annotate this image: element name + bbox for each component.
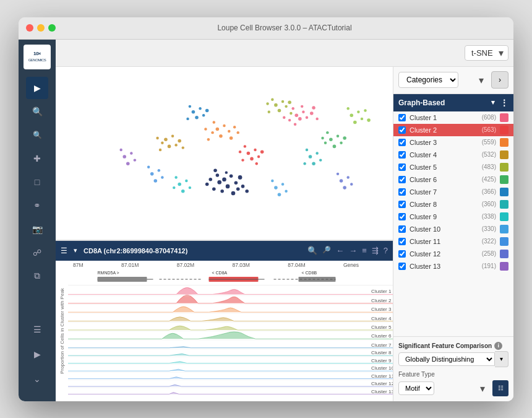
feature-type-select-wrapper[interactable]: Motif	[398, 381, 490, 395]
sidebar-list-btn[interactable]: ☰	[26, 318, 48, 341]
svg-point-0	[295, 113, 299, 117]
cluster-checkbox-9[interactable]	[398, 213, 406, 220]
close-button[interactable]	[26, 24, 33, 32]
forward-icon[interactable]: →	[349, 246, 357, 255]
help-icon[interactable]: ?	[384, 246, 388, 255]
pos-87.04M: 87.04M	[288, 262, 305, 268]
sig-feature-section: Significant Feature Comparison i	[398, 342, 508, 350]
cluster-item-6[interactable]: Cluster 6(425)	[393, 173, 513, 186]
cluster-item-9[interactable]: Cluster 9(338)	[393, 211, 513, 223]
svg-point-20	[255, 162, 258, 164]
track-toolbar: 🔍 🔎 ← → ≡ ⇶ ?	[307, 246, 388, 255]
cluster-checkbox-12[interactable]	[398, 250, 406, 258]
sidebar-pan-tool[interactable]: ✚	[26, 147, 48, 170]
right-panel: Categories › Graph-Based ▾ ⋮	[393, 67, 513, 401]
cluster-item-13[interactable]: Cluster 13(191)	[393, 260, 513, 272]
category-select[interactable]: Categories	[398, 72, 458, 88]
svg-point-101	[153, 179, 157, 183]
cluster-item-1[interactable]: Cluster 1(608)	[393, 111, 513, 124]
sidebar-zoom-in-tool[interactable]: 🔍	[26, 100, 48, 123]
cluster-checkbox-11[interactable]	[398, 238, 406, 245]
tsne-select-wrapper[interactable]: t-SNE	[465, 45, 508, 61]
cluster-item-7[interactable]: Cluster 7(366)	[393, 186, 513, 198]
cluster-item-5[interactable]: Cluster 5(483)	[393, 161, 513, 173]
cluster-item-8[interactable]: Cluster 8(360)	[393, 198, 513, 211]
svg-text:Cluster 13: Cluster 13	[371, 389, 393, 394]
genes-label: Genes	[343, 262, 359, 268]
maximize-button[interactable]	[48, 24, 56, 32]
cluster-item-10[interactable]: Cluster 10(330)	[393, 223, 513, 235]
track-menu-icon[interactable]: ☰	[61, 246, 67, 255]
svg-point-83	[315, 152, 318, 154]
sidebar-zoom-out-tool[interactable]: 🔍	[26, 124, 48, 146]
svg-point-73	[241, 185, 245, 188]
cluster-menu-icon[interactable]: ⋮	[500, 98, 508, 108]
cluster-checkbox-4[interactable]	[398, 151, 406, 159]
feature-type-select[interactable]: Motif	[398, 381, 434, 395]
align-icon[interactable]: ⇶	[372, 246, 379, 255]
cluster-checkbox-5[interactable]	[398, 163, 406, 171]
cluster-name-9: Cluster 9	[410, 213, 482, 220]
cluster-count-5: (483)	[482, 163, 496, 170]
matrix-button[interactable]: ☷	[492, 380, 508, 396]
sig-feature-select[interactable]: Globally Distinguishing	[398, 352, 495, 366]
sidebar-select-tool[interactable]: □	[26, 171, 48, 193]
sig-feature-dropdown-arrow[interactable]: ▾	[495, 351, 508, 367]
cluster-item-11[interactable]: Cluster 11(322)	[393, 235, 513, 248]
sidebar-expand-btn[interactable]: ⌄	[26, 368, 48, 390]
sidebar-lasso-tool[interactable]: ⚭	[26, 194, 48, 217]
cluster-checkbox-10[interactable]	[398, 225, 406, 233]
svg-point-23	[219, 134, 223, 137]
right-nav-button[interactable]: ›	[491, 71, 508, 89]
track-content: 87M 87.01M 87.02M 87.03M 87.04M Genes	[68, 261, 393, 401]
layers-icon[interactable]: ≡	[362, 246, 367, 255]
minimize-button[interactable]	[37, 24, 45, 32]
cluster-checkbox-2[interactable]	[398, 126, 406, 134]
svg-point-35	[161, 141, 163, 144]
svg-point-93	[173, 186, 175, 188]
sidebar-chart-btn[interactable]: ▶	[26, 343, 48, 365]
cluster-checkbox-6[interactable]	[398, 176, 406, 183]
cluster-count-12: (258)	[482, 250, 496, 257]
zoom-in-icon[interactable]: 🔍	[307, 246, 317, 255]
svg-point-100	[158, 169, 160, 172]
back-icon[interactable]: ←	[336, 246, 344, 255]
svg-point-5	[310, 111, 314, 115]
cluster-checkbox-1[interactable]	[398, 114, 406, 121]
sidebar: 10×GENOMICS ▶ 🔍 🔍 ✚ □ ⚭ 📷 ☍ ⧉ ☰ ▶ ⌄	[19, 40, 56, 401]
cluster-name-8: Cluster 8	[410, 201, 482, 208]
svg-point-97	[271, 179, 273, 181]
svg-point-40	[182, 146, 184, 149]
sidebar-bottom: ☰ ▶ ⌄	[26, 318, 48, 396]
cluster-sort-icon[interactable]: ▾	[491, 98, 495, 107]
svg-point-62	[202, 114, 205, 116]
cluster-color-8	[500, 200, 508, 209]
svg-point-6	[288, 118, 291, 121]
sidebar-layers-tool[interactable]: ☍	[26, 242, 48, 264]
titlebar: Loupe Cell Browser 3.0.0 – ATACTutorial	[19, 17, 513, 40]
sidebar-grid-tool[interactable]: ⧉	[26, 265, 48, 287]
cluster-item-2[interactable]: Cluster 2(563)	[393, 124, 513, 136]
cluster-name-3: Cluster 3	[410, 139, 482, 146]
zoom-out-icon[interactable]: 🔎	[322, 246, 331, 255]
cluster-item-3[interactable]: Cluster 3(559)	[393, 136, 513, 149]
category-select-wrapper[interactable]: Categories	[398, 72, 489, 88]
cluster-checkbox-13[interactable]	[398, 263, 406, 270]
sig-feature-info-icon[interactable]: i	[494, 342, 502, 350]
tsne-select[interactable]: t-SNE	[465, 45, 508, 61]
svg-point-26	[213, 121, 215, 123]
sidebar-cursor-tool[interactable]: ▶	[26, 77, 48, 99]
svg-point-11	[315, 117, 318, 120]
svg-point-99	[150, 172, 154, 176]
sidebar-screenshot-tool[interactable]: 📷	[26, 218, 48, 240]
cluster-count-1: (608)	[482, 114, 496, 121]
cluster-item-12[interactable]: Cluster 12(258)	[393, 248, 513, 260]
svg-point-60	[195, 115, 199, 119]
svg-point-89	[185, 179, 187, 181]
cluster-item-4[interactable]: Cluster 4(532)	[393, 149, 513, 161]
cluster-checkbox-8[interactable]	[398, 201, 406, 208]
cluster-checkbox-3[interactable]	[398, 139, 406, 146]
svg-point-49	[290, 111, 292, 114]
cluster-checkbox-7[interactable]	[398, 188, 406, 196]
svg-point-72	[212, 187, 216, 191]
